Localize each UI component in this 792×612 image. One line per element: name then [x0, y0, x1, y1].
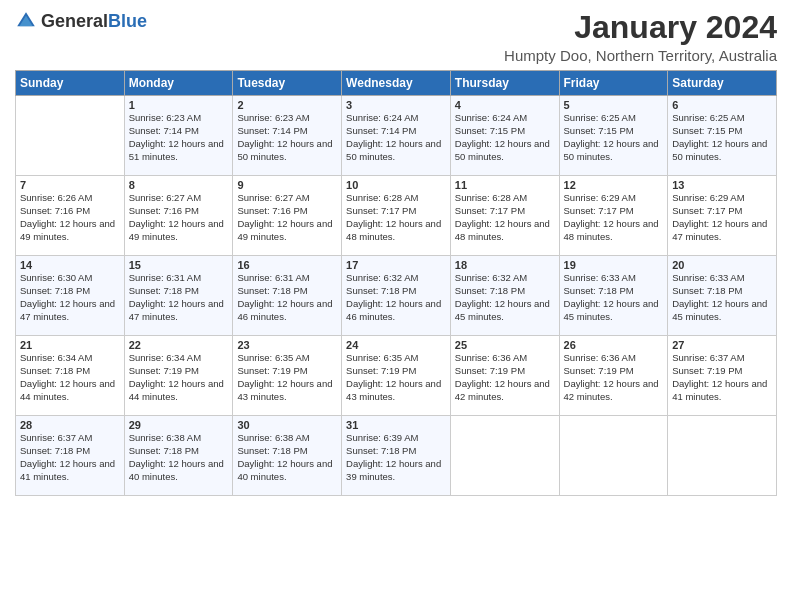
day-info: Sunrise: 6:35 AMSunset: 7:19 PMDaylight:… [237, 352, 337, 403]
day-info: Sunrise: 6:34 AMSunset: 7:19 PMDaylight:… [129, 352, 229, 403]
header-day-wednesday: Wednesday [342, 71, 451, 96]
calendar-cell: 6Sunrise: 6:25 AMSunset: 7:15 PMDaylight… [668, 96, 777, 176]
calendar-cell: 27Sunrise: 6:37 AMSunset: 7:19 PMDayligh… [668, 336, 777, 416]
day-info: Sunrise: 6:32 AMSunset: 7:18 PMDaylight:… [455, 272, 555, 323]
calendar-cell [16, 96, 125, 176]
calendar-cell: 31Sunrise: 6:39 AMSunset: 7:18 PMDayligh… [342, 416, 451, 496]
day-info: Sunrise: 6:28 AMSunset: 7:17 PMDaylight:… [346, 192, 446, 243]
day-number: 25 [455, 339, 555, 351]
calendar-cell: 10Sunrise: 6:28 AMSunset: 7:17 PMDayligh… [342, 176, 451, 256]
day-info: Sunrise: 6:36 AMSunset: 7:19 PMDaylight:… [564, 352, 664, 403]
calendar-cell: 18Sunrise: 6:32 AMSunset: 7:18 PMDayligh… [450, 256, 559, 336]
day-number: 12 [564, 179, 664, 191]
day-number: 17 [346, 259, 446, 271]
day-info: Sunrise: 6:36 AMSunset: 7:19 PMDaylight:… [455, 352, 555, 403]
calendar-cell: 15Sunrise: 6:31 AMSunset: 7:18 PMDayligh… [124, 256, 233, 336]
day-number: 24 [346, 339, 446, 351]
day-number: 26 [564, 339, 664, 351]
calendar-cell: 5Sunrise: 6:25 AMSunset: 7:15 PMDaylight… [559, 96, 668, 176]
day-info: Sunrise: 6:24 AMSunset: 7:15 PMDaylight:… [455, 112, 555, 163]
day-info: Sunrise: 6:23 AMSunset: 7:14 PMDaylight:… [237, 112, 337, 163]
day-number: 4 [455, 99, 555, 111]
day-info: Sunrise: 6:27 AMSunset: 7:16 PMDaylight:… [129, 192, 229, 243]
day-number: 18 [455, 259, 555, 271]
day-number: 29 [129, 419, 229, 431]
day-info: Sunrise: 6:35 AMSunset: 7:19 PMDaylight:… [346, 352, 446, 403]
calendar-week-row: 14Sunrise: 6:30 AMSunset: 7:18 PMDayligh… [16, 256, 777, 336]
calendar-cell: 2Sunrise: 6:23 AMSunset: 7:14 PMDaylight… [233, 96, 342, 176]
day-number: 28 [20, 419, 120, 431]
calendar-cell: 20Sunrise: 6:33 AMSunset: 7:18 PMDayligh… [668, 256, 777, 336]
day-info: Sunrise: 6:38 AMSunset: 7:18 PMDaylight:… [129, 432, 229, 483]
month-title: January 2024 [504, 10, 777, 45]
day-number: 16 [237, 259, 337, 271]
day-number: 23 [237, 339, 337, 351]
day-info: Sunrise: 6:25 AMSunset: 7:15 PMDaylight:… [564, 112, 664, 163]
day-number: 1 [129, 99, 229, 111]
day-info: Sunrise: 6:37 AMSunset: 7:19 PMDaylight:… [672, 352, 772, 403]
day-number: 13 [672, 179, 772, 191]
day-number: 7 [20, 179, 120, 191]
header-day-saturday: Saturday [668, 71, 777, 96]
day-number: 19 [564, 259, 664, 271]
day-number: 27 [672, 339, 772, 351]
calendar-cell [450, 416, 559, 496]
calendar-cell: 4Sunrise: 6:24 AMSunset: 7:15 PMDaylight… [450, 96, 559, 176]
day-number: 21 [20, 339, 120, 351]
day-info: Sunrise: 6:37 AMSunset: 7:18 PMDaylight:… [20, 432, 120, 483]
day-number: 3 [346, 99, 446, 111]
day-info: Sunrise: 6:38 AMSunset: 7:18 PMDaylight:… [237, 432, 337, 483]
calendar-week-row: 21Sunrise: 6:34 AMSunset: 7:18 PMDayligh… [16, 336, 777, 416]
header-day-sunday: Sunday [16, 71, 125, 96]
calendar-cell: 9Sunrise: 6:27 AMSunset: 7:16 PMDaylight… [233, 176, 342, 256]
calendar-cell: 29Sunrise: 6:38 AMSunset: 7:18 PMDayligh… [124, 416, 233, 496]
calendar-table: SundayMondayTuesdayWednesdayThursdayFrid… [15, 70, 777, 496]
day-number: 5 [564, 99, 664, 111]
day-info: Sunrise: 6:24 AMSunset: 7:14 PMDaylight:… [346, 112, 446, 163]
day-info: Sunrise: 6:29 AMSunset: 7:17 PMDaylight:… [564, 192, 664, 243]
day-number: 14 [20, 259, 120, 271]
calendar-header-row: SundayMondayTuesdayWednesdayThursdayFrid… [16, 71, 777, 96]
calendar-cell: 25Sunrise: 6:36 AMSunset: 7:19 PMDayligh… [450, 336, 559, 416]
calendar-cell: 17Sunrise: 6:32 AMSunset: 7:18 PMDayligh… [342, 256, 451, 336]
calendar-cell: 23Sunrise: 6:35 AMSunset: 7:19 PMDayligh… [233, 336, 342, 416]
logo-text-general: General [41, 11, 108, 31]
calendar-cell: 3Sunrise: 6:24 AMSunset: 7:14 PMDaylight… [342, 96, 451, 176]
calendar-cell [559, 416, 668, 496]
calendar-cell: 8Sunrise: 6:27 AMSunset: 7:16 PMDaylight… [124, 176, 233, 256]
day-number: 22 [129, 339, 229, 351]
calendar-cell: 7Sunrise: 6:26 AMSunset: 7:16 PMDaylight… [16, 176, 125, 256]
header-day-thursday: Thursday [450, 71, 559, 96]
day-number: 6 [672, 99, 772, 111]
logo-icon [15, 10, 37, 32]
header-day-tuesday: Tuesday [233, 71, 342, 96]
calendar-cell: 30Sunrise: 6:38 AMSunset: 7:18 PMDayligh… [233, 416, 342, 496]
logo: GeneralBlue [15, 10, 147, 32]
day-number: 20 [672, 259, 772, 271]
calendar-cell: 12Sunrise: 6:29 AMSunset: 7:17 PMDayligh… [559, 176, 668, 256]
calendar-week-row: 7Sunrise: 6:26 AMSunset: 7:16 PMDaylight… [16, 176, 777, 256]
calendar-cell: 22Sunrise: 6:34 AMSunset: 7:19 PMDayligh… [124, 336, 233, 416]
day-info: Sunrise: 6:27 AMSunset: 7:16 PMDaylight:… [237, 192, 337, 243]
day-info: Sunrise: 6:26 AMSunset: 7:16 PMDaylight:… [20, 192, 120, 243]
calendar-cell: 19Sunrise: 6:33 AMSunset: 7:18 PMDayligh… [559, 256, 668, 336]
day-number: 9 [237, 179, 337, 191]
day-info: Sunrise: 6:25 AMSunset: 7:15 PMDaylight:… [672, 112, 772, 163]
header: GeneralBlue January 2024 Humpty Doo, Nor… [15, 10, 777, 64]
logo-text-blue: Blue [108, 11, 147, 31]
calendar-cell: 1Sunrise: 6:23 AMSunset: 7:14 PMDaylight… [124, 96, 233, 176]
day-info: Sunrise: 6:34 AMSunset: 7:18 PMDaylight:… [20, 352, 120, 403]
day-info: Sunrise: 6:39 AMSunset: 7:18 PMDaylight:… [346, 432, 446, 483]
calendar-week-row: 28Sunrise: 6:37 AMSunset: 7:18 PMDayligh… [16, 416, 777, 496]
calendar-cell: 24Sunrise: 6:35 AMSunset: 7:19 PMDayligh… [342, 336, 451, 416]
day-number: 10 [346, 179, 446, 191]
calendar-cell: 16Sunrise: 6:31 AMSunset: 7:18 PMDayligh… [233, 256, 342, 336]
calendar-cell: 11Sunrise: 6:28 AMSunset: 7:17 PMDayligh… [450, 176, 559, 256]
day-info: Sunrise: 6:29 AMSunset: 7:17 PMDaylight:… [672, 192, 772, 243]
calendar-cell: 21Sunrise: 6:34 AMSunset: 7:18 PMDayligh… [16, 336, 125, 416]
day-number: 11 [455, 179, 555, 191]
calendar-cell: 14Sunrise: 6:30 AMSunset: 7:18 PMDayligh… [16, 256, 125, 336]
calendar-cell [668, 416, 777, 496]
title-area: January 2024 Humpty Doo, Northern Territ… [504, 10, 777, 64]
header-day-monday: Monday [124, 71, 233, 96]
